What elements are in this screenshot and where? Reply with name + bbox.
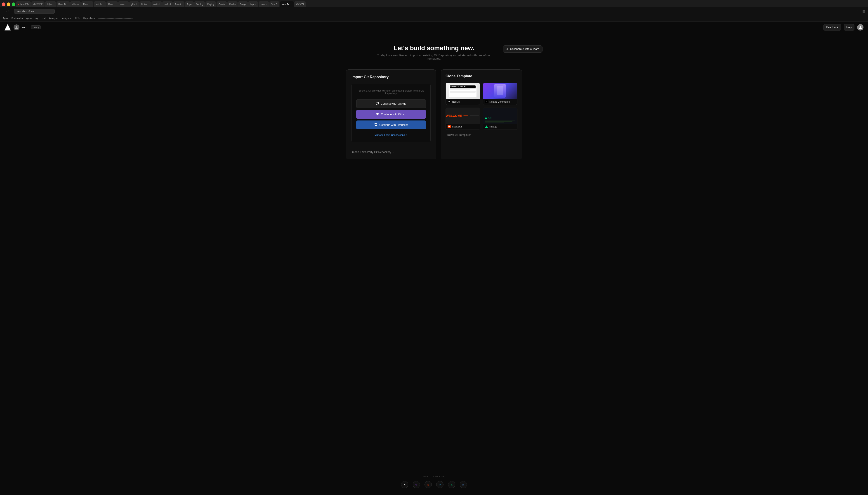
framework-nextjs-icon[interactable]: N (401, 481, 408, 488)
tab-current[interactable]: New Pro... (280, 1, 294, 7)
window-controls (2, 2, 15, 6)
bookmark-minigame[interactable]: minigame (61, 17, 72, 20)
template-nuxtjs[interactable]: nuxt Nuxt.js (483, 107, 517, 130)
feedback-button[interactable]: Feedback (823, 24, 841, 31)
framework-tailwind-icon[interactable]: ▽ (436, 481, 443, 488)
manage-login-area: Manage Login Connections ↗ (356, 133, 426, 137)
minimize-window-btn[interactable] (7, 2, 11, 6)
template-grid: Welcome to Next.js! N Next.js (445, 83, 517, 130)
help-button[interactable]: Help (844, 24, 854, 31)
bookmark-apps[interactable]: Apps (2, 17, 9, 20)
collaborate-icon: ⊕ (506, 48, 509, 51)
github-btn-label: Continue with GitHub (381, 102, 406, 105)
tab-item[interactable]: Not An... (94, 1, 106, 7)
bitbucket-icon (374, 123, 377, 127)
tab-item[interactable]: ReactD... (56, 1, 70, 7)
bookmark-knowyou[interactable]: knowyou (48, 17, 59, 20)
browse-all-templates[interactable]: Browse All Templates → (445, 133, 517, 137)
tab-item[interactable]: Dashb (227, 1, 238, 7)
tab-item[interactable]: Expo (185, 1, 194, 7)
tab-item[interactable]: github (129, 1, 139, 7)
bookmark-wy[interactable]: wy (35, 17, 39, 20)
tab-item[interactable]: ●flyio-配乐 (16, 1, 31, 7)
gitlab-button[interactable]: Continue with GitLab (356, 110, 426, 119)
template-commerce-thumb (483, 83, 517, 99)
external-link-icon: ↗ (406, 134, 408, 136)
git-description: Select a Git provider to import an exist… (356, 89, 426, 95)
framework-solidjs-icon[interactable]: ◎ (460, 481, 467, 488)
nextjs-preview: Welcome to Next.js! (449, 85, 476, 97)
framework-nuxt-icon[interactable]: △ (448, 481, 455, 488)
tab-item[interactable]: vue-cu (259, 1, 269, 7)
import-third-party-section: Import Third-Party Git Repository → (352, 147, 431, 154)
import-card-title: Import Git Repository (352, 75, 431, 79)
bookmark-cnd[interactable]: cnd (41, 17, 46, 20)
header-user-avatar[interactable] (857, 24, 864, 31)
tab-bar: ●flyio-配乐 小程序/末 图|Ve... ReactD... alibab… (0, 0, 868, 7)
page-title: Let's build something new. (371, 45, 497, 52)
git-provider-area: Select a Git provider to import an exist… (352, 84, 431, 142)
cards-container: Import Git Repository Select a Git provi… (346, 69, 522, 159)
nextjs-icon: N (447, 100, 451, 103)
bookmark-bookmarks[interactable]: Bookmarks (11, 17, 24, 20)
framework-gatsby-icon[interactable]: ⚙ (413, 481, 420, 488)
bookmarks-bar: Apps Bookmarks qianx wy cnd knowyou mini… (0, 15, 868, 21)
vercel-logo[interactable] (4, 24, 11, 31)
import-third-party-link[interactable]: Import Third-Party Git Repository → (352, 151, 395, 154)
template-commerce-info: N Next.js Commerce (483, 99, 517, 105)
framework-svelte-icon[interactable]: S (425, 481, 432, 488)
tab-item[interactable]: alibaba (70, 1, 81, 7)
tab-item[interactable]: 图|Ve... (45, 1, 56, 7)
tab-item[interactable]: Notes... (139, 1, 151, 7)
tab-item[interactable]: craftzd (151, 1, 162, 7)
user-menu-icon[interactable]: ⌄ (44, 26, 46, 29)
extensions-btn[interactable]: ⊞ (862, 9, 865, 14)
collaborate-button[interactable]: ⊕ Collaborate with a Team (503, 46, 543, 53)
maximize-window-btn[interactable] (12, 2, 15, 6)
hobby-badge: Hobby (31, 25, 41, 29)
username-label[interactable]: oxxd (22, 25, 28, 29)
reload-btn[interactable]: ↻ (8, 10, 11, 13)
close-window-btn[interactable] (2, 2, 5, 6)
bitbucket-btn-label: Continue with Bitbucket (379, 123, 408, 126)
bookmark-fed[interactable]: FED (74, 17, 81, 20)
tab-item[interactable]: React... (173, 1, 185, 7)
tab-item[interactable]: react... (118, 1, 129, 7)
github-icon (376, 102, 379, 105)
back-btn[interactable]: ‹ (3, 10, 4, 13)
url-input[interactable]: vercel.com/new (14, 9, 55, 14)
gitlab-btn-label: Continue with GitLab (381, 113, 406, 116)
tab-item[interactable]: Create (217, 1, 227, 7)
tab-item[interactable]: OXX/Di (294, 1, 305, 7)
tab-item[interactable]: Getting (194, 1, 205, 7)
tab-item[interactable]: Surge (238, 1, 248, 7)
share-btn[interactable]: ↑ (857, 9, 859, 13)
tab-item[interactable]: Remix... (81, 1, 93, 7)
tab-item[interactable]: React... (106, 1, 118, 7)
template-nuxtjs-thumb: nuxt (483, 108, 517, 124)
page-subtitle: To deploy a new Project, import an exist… (371, 54, 497, 61)
tab-item[interactable]: Import (248, 1, 258, 7)
template-nextjs[interactable]: Welcome to Next.js! N Next.js (445, 83, 480, 105)
bookmark-wappalyzer[interactable]: Wappalyzer (82, 17, 96, 20)
template-commerce[interactable]: N Next.js Commerce (483, 83, 517, 105)
tab-item[interactable]: craftzd (162, 1, 173, 7)
manage-login-link[interactable]: Manage Login Connections ↗ (375, 134, 408, 136)
template-sveltekit[interactable]: WELCOME SvelteKit (445, 107, 480, 130)
tab-item[interactable]: Deploy (205, 1, 216, 7)
forward-btn[interactable]: › (6, 10, 7, 13)
bitbucket-button[interactable]: Continue with Bitbucket (356, 120, 426, 129)
main-content: Let's build something new. To deploy a n… (0, 33, 868, 469)
github-button[interactable]: Continue with GitHub (356, 99, 426, 108)
tab-item[interactable]: 小程序/末 (31, 1, 45, 7)
template-sveltekit-thumb: WELCOME (446, 108, 480, 124)
browser-chrome: ●flyio-配乐 小程序/末 图|Ve... ReactD... alibab… (0, 0, 868, 21)
tab-item[interactable]: Vue C (269, 1, 279, 7)
bookmark-qianx[interactable]: qianx (25, 17, 33, 20)
address-bar: ‹ › ↻ vercel.com/new ↑ ⊞ (0, 7, 868, 15)
template-nuxtjs-info: Nuxt.js (483, 124, 517, 130)
template-sveltekit-info: SvelteKit (446, 124, 480, 130)
clone-card-title: Clone Template (445, 74, 517, 78)
nuxtjs-icon (485, 125, 488, 128)
template-commerce-label: Next.js Commerce (489, 100, 510, 103)
